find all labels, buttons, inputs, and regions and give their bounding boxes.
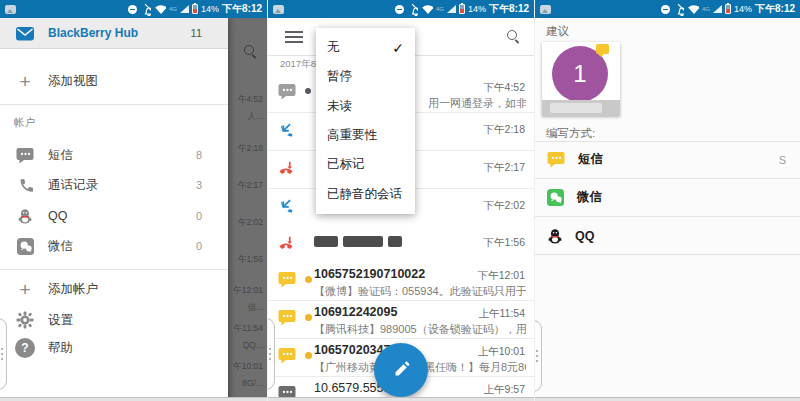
hub-list-screen: 4G 14% 下午8:12 2017年8月 下午4:52 用一网通登录，如非本人… — [267, 0, 534, 401]
unread-dot — [305, 314, 312, 321]
sidebar-item-wechat[interactable]: 微信 0 — [0, 231, 228, 261]
suggestions-title: 建议 — [546, 24, 569, 39]
sidebar-item-label: 帮助 — [48, 340, 73, 357]
bg-fragment: 午10:01 — [233, 361, 263, 373]
missed-call-icon — [278, 236, 296, 252]
navigation-drawer: BlackBerry Hub 11 + 添加视图 帐户 短信 8 通话记录 3 — [0, 18, 228, 401]
settings-item[interactable]: 设置 — [0, 305, 228, 335]
filter-dropdown-menu: 无 ✓ 暂停 未读 高重要性 已标记 已静音的会话 — [316, 28, 415, 214]
search-icon — [244, 45, 256, 57]
divider — [0, 269, 228, 270]
bg-fragment: 午1:56 — [238, 254, 263, 266]
row-time: 上午10:01 — [478, 345, 525, 359]
pencil-icon — [391, 360, 411, 380]
missed-call-icon — [278, 161, 296, 177]
menu-icon[interactable] — [285, 31, 303, 33]
screenshot-notification-icon — [273, 5, 284, 14]
network-type-label: 4G — [169, 6, 177, 12]
plus-icon: + — [15, 72, 35, 91]
sidebar-item-label: 短信 — [48, 147, 73, 164]
screen-bottom-edge — [268, 397, 534, 401]
redacted-contact-name — [542, 100, 620, 116]
accounts-section-label: 帐户 — [14, 116, 35, 130]
notifications-off-icon — [140, 3, 151, 16]
search-icon[interactable] — [507, 30, 519, 42]
hub-drawer-screen: 4G 14% 下午8:12 午4:52 人... 午2:18 午2:17 午2:… — [0, 0, 267, 401]
sidebar-item-sms[interactable]: 短信 8 — [0, 140, 228, 170]
row-time: 下午4:52 — [484, 81, 525, 95]
productivity-tab-handle[interactable] — [0, 318, 7, 390]
sidebar-item-label: QQ — [48, 209, 67, 223]
row-time: 下午2:02 — [484, 199, 525, 213]
productivity-tab-handle[interactable] — [534, 320, 542, 392]
compose-method-wechat[interactable]: 微信 — [535, 179, 800, 217]
incoming-call-icon — [278, 198, 296, 216]
hub-row-call-missed[interactable]: 下午1:56 — [268, 226, 534, 264]
wifi-icon — [421, 4, 433, 14]
clock: 下午8:12 — [755, 2, 795, 16]
app-title: BlackBerry Hub — [48, 26, 138, 40]
menu-item-flagged[interactable]: 已标记 — [316, 150, 415, 179]
compose-method-qq[interactable]: QQ — [535, 217, 800, 255]
menu-item-paused[interactable]: 暂停 — [316, 62, 415, 91]
unread-dot — [305, 352, 312, 359]
screenshot-notification-icon — [540, 5, 551, 14]
sidebar-item-call-log[interactable]: 通话记录 3 — [0, 170, 228, 200]
bg-fragment: 午2:02 — [238, 217, 263, 229]
sidebar-item-label: 添加帐户 — [48, 281, 98, 298]
productivity-tab-handle[interactable] — [267, 318, 275, 390]
method-trailing-text: S — [779, 154, 786, 166]
menu-item-none[interactable]: 无 ✓ — [316, 33, 415, 62]
menu-item-label: 高重要性 — [327, 127, 377, 144]
menu-item-unread[interactable]: 未读 — [316, 92, 415, 121]
phone-icon — [17, 178, 33, 193]
sidebar-item-label: 设置 — [48, 312, 73, 329]
row-time: 下午2:18 — [484, 123, 525, 137]
add-view-item[interactable]: + 添加视图 — [0, 66, 228, 96]
wechat-icon — [17, 238, 34, 255]
qq-icon — [17, 208, 33, 224]
compose-method-sms[interactable]: 短信 S — [535, 141, 800, 179]
divider — [0, 104, 228, 105]
status-bar: 4G 14% 下午8:12 — [535, 0, 800, 18]
bg-fragment: 人... — [247, 111, 263, 123]
bg-fragment: 午2:17 — [238, 180, 263, 192]
compose-method-label: 编写方式: — [546, 126, 595, 141]
clock: 下午8:12 — [489, 2, 529, 16]
clock: 下午8:12 — [222, 2, 262, 16]
battery-percent: 14% — [468, 4, 486, 14]
unread-dot — [305, 276, 312, 283]
add-account-item[interactable]: + 添加帐户 — [0, 274, 228, 304]
battery-icon — [192, 4, 198, 14]
sms-badge-icon — [596, 44, 609, 54]
status-dot — [305, 88, 311, 94]
network-type-label: 4G — [702, 6, 710, 12]
battery-icon — [459, 4, 465, 14]
hub-row-sms[interactable]: 106912242095 上午11:54 【腾讯科技】989005（设备锁验证码… — [268, 301, 534, 339]
cell-signal-icon — [447, 5, 456, 13]
hub-envelope-icon — [15, 25, 35, 42]
bg-fragment: 午2:18 — [238, 143, 263, 155]
drawer-header[interactable]: BlackBerry Hub 11 — [0, 18, 228, 49]
menu-item-label: 已静音的会话 — [327, 186, 402, 203]
menu-item-label: 暂停 — [327, 68, 352, 85]
unread-count: 8 — [196, 149, 202, 161]
row-time: 上午9:57 — [484, 383, 525, 397]
wifi-icon — [687, 4, 699, 14]
unread-count: 0 — [196, 240, 202, 252]
sidebar-item-label: 通话记录 — [48, 177, 98, 194]
menu-item-muted-conversations[interactable]: 已静音的会话 — [316, 180, 415, 209]
sms-icon — [278, 347, 297, 364]
screenshot-notification-icon — [5, 5, 16, 14]
sms-icon — [278, 83, 297, 100]
hub-row-sms[interactable]: 1065752190710022 下午12:01 【微博】验证码：055934。… — [268, 263, 534, 301]
help-item[interactable]: ? 帮助 — [0, 333, 228, 363]
compose-fab[interactable] — [374, 343, 428, 397]
sidebar-item-qq[interactable]: QQ 0 — [0, 201, 228, 231]
unread-count: 0 — [196, 210, 202, 222]
do-not-disturb-icon — [128, 5, 137, 14]
suggested-contact-card[interactable]: 1 — [542, 42, 620, 116]
wifi-icon — [154, 4, 166, 14]
check-icon: ✓ — [392, 40, 404, 56]
menu-item-high-importance[interactable]: 高重要性 — [316, 121, 415, 150]
